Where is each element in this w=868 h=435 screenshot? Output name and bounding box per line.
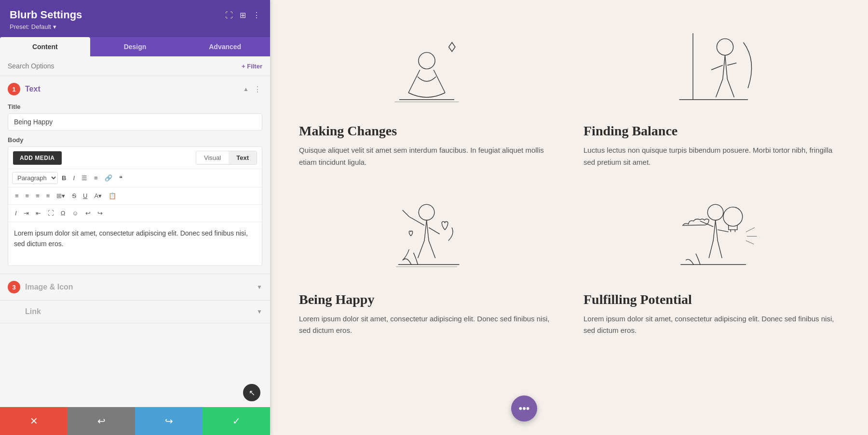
text-section-body: Title Body ADD MEDIA Visual Text [0, 103, 270, 274]
align-left-button[interactable]: ≡ [12, 190, 22, 201]
panel-tabs: Content Design Advanced [0, 37, 270, 56]
underline-button[interactable]: U [80, 190, 90, 201]
link-chevron: ▼ [257, 308, 262, 315]
svg-line-17 [746, 240, 754, 244]
panel-header: Blurb Settings Preset: Default ▾ ⛶ ⊞ ⋮ [0, 0, 270, 37]
table-button[interactable]: ⊞▾ [54, 190, 68, 201]
toolbar-row-3: I ⇥ ⇤ ⛶ Ω ☺ ↩ ↪ [8, 205, 262, 222]
illustration-being-happy [299, 188, 555, 284]
layout-icon[interactable]: ⊞ [240, 11, 246, 20]
svg-marker-1 [449, 42, 455, 52]
align-justify-button[interactable]: ≡ [43, 190, 53, 201]
svg-point-11 [723, 207, 743, 226]
settings-panel: Blurb Settings Preset: Default ▾ ⛶ ⊞ ⋮ C… [0, 0, 270, 435]
paragraph-select[interactable]: Paragraph [12, 172, 58, 184]
blurb-being-happy-body: Lorem ipsum dolor sit amet, consectetur … [299, 313, 555, 337]
illustration-finding-balance [583, 19, 839, 116]
toolbar-row-1: Paragraph B I ☰ ≡ 🔗 ❝ [8, 169, 262, 187]
purple-fab[interactable]: ••• [511, 395, 537, 422]
link-label: Link [8, 307, 252, 316]
body-field-label: Body [8, 136, 262, 144]
emoji-button[interactable]: ☺ [69, 208, 81, 219]
quote-button[interactable]: ❝ [116, 172, 125, 184]
blurb-fulfilling-potential-title: Fulfilling Potential [583, 292, 839, 307]
illustration-fulfilling-potential [583, 188, 839, 284]
unordered-list-button[interactable]: ☰ [79, 172, 90, 184]
title-input[interactable] [8, 113, 262, 131]
redo-editor-button[interactable]: ↪ [95, 208, 106, 219]
visual-text-tabs: Visual Text [196, 151, 257, 165]
toolbar-row-2: ≡ ≡ ≡ ≡ ⊞▾ S U A▾ 📋 [8, 187, 262, 205]
svg-point-7 [419, 204, 435, 220]
text-chevron-up: ▲ [243, 86, 249, 92]
image-icon-chevron: ▼ [257, 284, 262, 290]
italic2-button[interactable]: I [12, 208, 20, 219]
outdent-button[interactable]: ⇤ [33, 208, 44, 219]
image-icon-label: Image & Icon [25, 283, 252, 291]
image-icon-section: 3 Image & Icon ▼ [0, 274, 270, 301]
blurb-grid: Making Changes Quisque aliquet velit sit… [299, 19, 839, 337]
blurb-being-happy-title: Being Happy [299, 292, 555, 307]
text-tab[interactable]: Text [229, 151, 257, 164]
italic-button[interactable]: I [70, 172, 78, 184]
blurb-making-changes-title: Making Changes [299, 123, 555, 139]
step-badge-1: 1 [8, 83, 20, 95]
main-content: Making Changes Quisque aliquet velit sit… [270, 0, 868, 435]
align-right-button[interactable]: ≡ [33, 190, 42, 201]
strikethrough-button[interactable]: S [69, 190, 79, 201]
svg-line-15 [746, 227, 755, 232]
fullscreen-button[interactable]: ⛶ [45, 208, 57, 219]
panel-bottom-bar: ✕ ↩ ↪ ✓ [0, 407, 270, 435]
search-input[interactable] [8, 62, 237, 70]
undo-editor-button[interactable]: ↩ [82, 208, 94, 219]
tab-design[interactable]: Design [90, 37, 180, 56]
link-section-header[interactable]: Link ▼ [0, 301, 270, 323]
blurb-making-changes-body: Quisque aliquet velit sit amet sem inter… [299, 145, 555, 169]
add-media-button[interactable]: ADD MEDIA [13, 151, 62, 165]
text-section-label: Text [25, 85, 238, 93]
save-button[interactable]: ✓ [203, 407, 270, 435]
blurb-finding-balance-title: Finding Balance [583, 123, 839, 139]
image-icon-section-header[interactable]: 3 Image & Icon ▼ [0, 274, 270, 300]
text-section-header[interactable]: 1 Text ▲ ⋮ [0, 76, 270, 97]
paste-button[interactable]: 📋 [106, 190, 119, 201]
panel-title: Blurb Settings [10, 9, 82, 21]
text-color-button[interactable]: A▾ [91, 190, 105, 201]
special-char-button[interactable]: Ω [58, 208, 68, 219]
blurb-being-happy: Being Happy Lorem ipsum dolor sit amet, … [299, 188, 555, 337]
cursor-fab[interactable]: ↖ [243, 384, 260, 401]
tab-content[interactable]: Content [0, 37, 90, 56]
editor-top-row: ADD MEDIA Visual Text [8, 147, 262, 169]
illustration-making-changes [299, 19, 555, 116]
panel-content: 1 Text ▲ ⋮ Title Body ADD MEDIA Visual [0, 76, 270, 407]
blurb-finding-balance-body: Luctus lectus non quisque turpis bibendu… [583, 145, 839, 169]
redo-button[interactable]: ↪ [135, 407, 203, 435]
align-center-button[interactable]: ≡ [23, 190, 32, 201]
text-section: 1 Text ▲ ⋮ Title Body ADD MEDIA Visual [0, 76, 270, 274]
svg-point-0 [419, 53, 435, 69]
step-badge-3: 3 [8, 281, 20, 293]
search-row: + Filter [0, 56, 270, 76]
panel-preset[interactable]: Preset: Default ▾ [10, 23, 82, 30]
blurb-finding-balance: Finding Balance Luctus lectus non quisqu… [583, 19, 839, 169]
text-section-dots[interactable]: ⋮ [254, 85, 262, 94]
cancel-button[interactable]: ✕ [0, 407, 68, 435]
editor-content-area[interactable]: Lorem ipsum dolor sit amet, consectetur … [8, 222, 262, 265]
undo-button[interactable]: ↩ [68, 407, 135, 435]
more-icon[interactable]: ⋮ [253, 11, 260, 20]
visual-tab[interactable]: Visual [196, 151, 229, 164]
ordered-list-button[interactable]: ≡ [91, 172, 101, 184]
filter-button[interactable]: + Filter [242, 63, 262, 70]
blurb-making-changes: Making Changes Quisque aliquet velit sit… [299, 19, 555, 169]
blurb-fulfilling-potential: Fulfilling Potential Lorem ipsum dolor s… [583, 188, 839, 337]
tab-advanced[interactable]: Advanced [180, 37, 270, 56]
body-editor: ADD MEDIA Visual Text Paragraph B I [8, 146, 262, 266]
indent-button[interactable]: ⇥ [21, 208, 32, 219]
bold-button[interactable]: B [59, 172, 69, 184]
blurb-fulfilling-potential-body: Lorem ipsum dolor sit amet, consectetur … [583, 313, 839, 337]
panel-header-icons: ⛶ ⊞ ⋮ [225, 11, 260, 20]
link-button[interactable]: 🔗 [102, 172, 115, 184]
svg-point-10 [708, 204, 724, 220]
svg-point-4 [717, 39, 733, 55]
expand-icon[interactable]: ⛶ [225, 11, 233, 20]
